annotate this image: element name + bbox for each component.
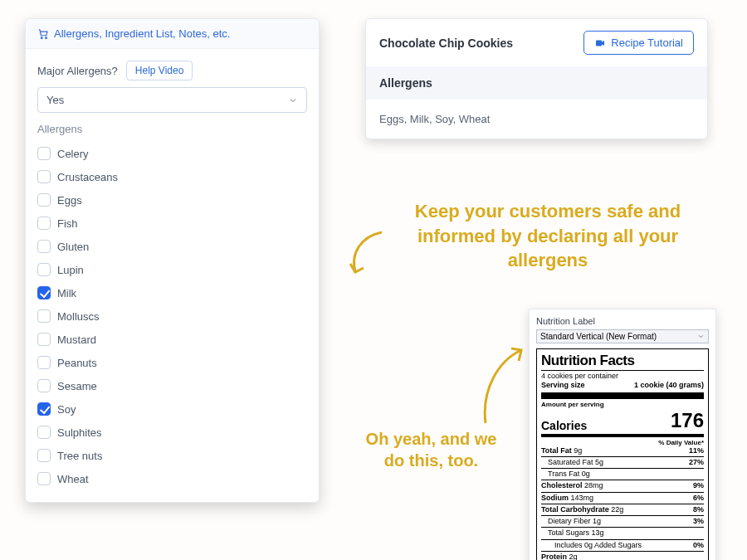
allergen-label: Gluten (57, 241, 89, 253)
allergen-label: Wheat (57, 473, 89, 485)
amount-per-serving: Amount per serving (541, 401, 604, 409)
nutrient-row: Cholesterol 28mg9% (541, 481, 704, 490)
checkbox[interactable] (37, 472, 51, 485)
recipe-title: Chocolate Chip Cookies (379, 37, 513, 50)
allergen-row[interactable]: Crustaceans (37, 165, 307, 188)
svg-rect-2 (596, 40, 602, 46)
allergen-label: Milk (57, 287, 76, 299)
allergen-row[interactable]: Mustard (37, 328, 307, 351)
callout-secondary: Oh yeah, and we do this, too. (359, 428, 504, 471)
checkbox[interactable] (37, 147, 51, 160)
major-allergens-label: Major Allergens? (37, 65, 118, 77)
major-allergens-select[interactable]: Yes (37, 87, 307, 113)
allergen-row[interactable]: Milk (37, 281, 307, 304)
allergen-row[interactable]: Eggs (37, 188, 307, 212)
servings-per-container: 4 cookies per container (541, 372, 618, 381)
nutrient-row: Saturated Fat 5g27% (541, 458, 704, 467)
recipe-tutorial-label: Recipe Tutorial (611, 37, 683, 49)
checkbox[interactable] (37, 426, 51, 439)
chevron-down-icon (288, 95, 298, 105)
checkbox[interactable] (37, 379, 51, 392)
nutrition-format-select[interactable]: Standard Vertical (New Format) (536, 329, 709, 343)
allergen-label: Soy (57, 403, 76, 416)
chevron-down-icon (697, 333, 705, 340)
nutrient-row: Total Fat 9g11% (541, 446, 704, 455)
checkbox[interactable] (37, 333, 51, 346)
allergen-label: Crustaceans (57, 171, 118, 183)
allergen-label: Mustard (57, 334, 96, 346)
allergen-label: Celery (57, 148, 89, 160)
allergen-row[interactable]: Wheat (37, 467, 307, 490)
svg-point-0 (41, 37, 42, 38)
nutrient-row: Total Sugars 13g (541, 528, 704, 538)
nutrient-row: Sodium 143mg6% (541, 494, 704, 503)
allergen-row[interactable]: Gluten (37, 235, 307, 258)
nutrient-row: Total Carbohydrate 22g8% (541, 505, 704, 514)
allergen-row[interactable]: Celery (37, 142, 307, 165)
allergen-row[interactable]: Lupin (37, 258, 307, 281)
serving-size-value: 1 cookie (40 grams) (634, 381, 704, 390)
allergen-row[interactable]: Peanuts (37, 351, 307, 374)
cart-icon (37, 28, 49, 40)
checkbox[interactable] (37, 309, 51, 323)
checkbox[interactable] (37, 356, 51, 369)
allergen-row[interactable]: Soy (37, 397, 307, 421)
arrow-icon (473, 340, 531, 431)
recipe-tutorial-button[interactable]: Recipe Tutorial (583, 31, 694, 55)
video-icon (594, 38, 606, 48)
allergen-row[interactable]: Molluscs (37, 304, 307, 328)
allergen-row[interactable]: Tree nuts (37, 444, 307, 467)
nutrition-label-panel: Nutrition Label Standard Vertical (New F… (529, 309, 716, 560)
panel-header-label: Allergens, Ingredient List, Notes, etc. (54, 27, 230, 40)
nutrition-panel-title: Nutrition Label (536, 316, 709, 326)
allergens-checklist: CeleryCrustaceansEggsFishGlutenLupinMilk… (37, 142, 307, 490)
calories-value: 176 (671, 409, 704, 432)
panel-header[interactable]: Allergens, Ingredient List, Notes, etc. (26, 19, 319, 49)
serving-size-label: Serving size (541, 381, 585, 390)
svg-point-1 (46, 37, 47, 38)
checkbox[interactable] (37, 170, 51, 183)
allergens-form-panel: Allergens, Ingredient List, Notes, etc. … (25, 18, 320, 503)
allergen-row[interactable]: Sesame (37, 374, 307, 397)
allergen-label: Lupin (57, 264, 84, 276)
checkbox[interactable] (37, 402, 51, 416)
checkbox[interactable] (37, 449, 51, 462)
nutrient-row: Dietary Fiber 1g3% (541, 517, 704, 526)
nutrition-facts: Nutrition Facts 4 cookies per container … (536, 348, 709, 560)
help-video-button[interactable]: Help Video (126, 61, 193, 80)
allergen-label: Peanuts (57, 357, 97, 369)
checkbox[interactable] (37, 286, 51, 299)
allergen-label: Molluscs (57, 310, 100, 323)
dv-header: % Daily Value* (541, 439, 704, 446)
panel-body: Major Allergens? Help Video Yes Allergen… (26, 49, 319, 502)
checkbox[interactable] (37, 193, 51, 207)
allergen-row[interactable]: Fish (37, 212, 307, 235)
recipe-allergens-list: Eggs, Milk, Soy, Wheat (366, 100, 707, 139)
allergen-label: Eggs (57, 194, 82, 207)
allergen-label: Sesame (57, 380, 97, 392)
allergen-label: Sulphites (57, 426, 101, 439)
checkbox[interactable] (37, 263, 51, 276)
select-value: Yes (46, 94, 64, 106)
allergens-section-label: Allergens (37, 123, 307, 135)
checkbox[interactable] (37, 240, 51, 253)
nutrient-row: Trans Fat 0g (541, 470, 704, 479)
callout-main: Keep your customers safe and informed by… (378, 199, 718, 273)
recipe-summary-card: Chocolate Chip Cookies Recipe Tutorial A… (365, 18, 708, 139)
checkbox[interactable] (37, 217, 51, 230)
allergen-label: Tree nuts (57, 450, 102, 462)
nutrition-facts-heading: Nutrition Facts (541, 353, 704, 369)
nutrient-row: Protein 2g (541, 553, 704, 560)
recipe-allergens-heading: Allergens (366, 66, 707, 100)
nutrition-format-value: Standard Vertical (New Format) (540, 332, 657, 341)
allergen-row[interactable]: Sulphites (37, 421, 307, 444)
allergen-label: Fish (57, 217, 78, 230)
arrow-icon (340, 224, 390, 282)
calories-label: Calories (541, 419, 587, 432)
nutrient-row: Includes 0g Added Sugars0% (541, 541, 704, 550)
